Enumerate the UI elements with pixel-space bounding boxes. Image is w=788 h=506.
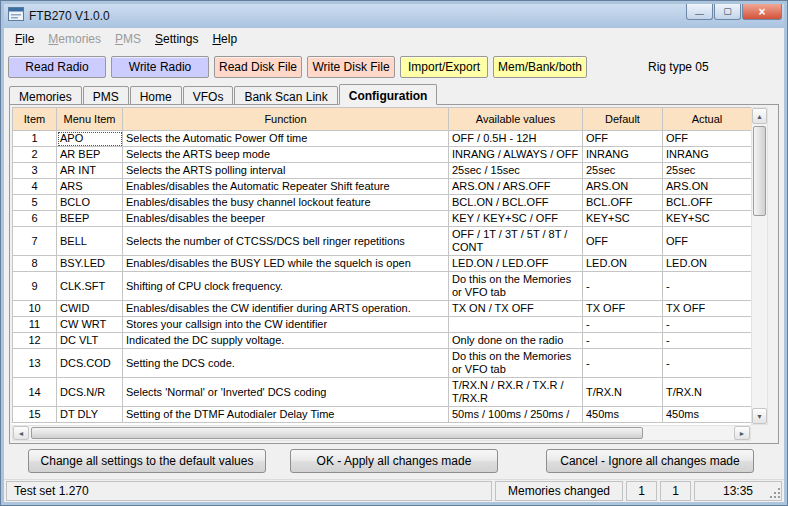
table-cell[interactable]: 5 xyxy=(13,195,57,211)
table-cell[interactable]: 25sec xyxy=(583,163,663,179)
table-row[interactable]: 8BSY.LEDEnables/disables the BUSY LED wh… xyxy=(13,256,752,272)
table-cell[interactable]: 4 xyxy=(13,179,57,195)
table-cell[interactable]: BCL.ON / BCL.OFF xyxy=(449,195,583,211)
table-cell[interactable]: DT DLY xyxy=(57,407,123,423)
table-cell[interactable]: 450ms xyxy=(583,407,663,423)
table-cell[interactable]: CLK.SFT xyxy=(57,272,123,301)
table-cell[interactable]: Selects the ARTS beep mode xyxy=(123,147,449,163)
table-cell[interactable]: 3 xyxy=(13,163,57,179)
table-cell[interactable]: INRANG / ALWAYS / OFF xyxy=(449,147,583,163)
table-cell[interactable]: Selects the ARTS polling interval xyxy=(123,163,449,179)
table-cell[interactable]: DCS.N/R xyxy=(57,378,123,407)
vertical-scroll-thumb[interactable] xyxy=(753,126,766,216)
table-row[interactable]: 14DCS.N/RSelects 'Normal' or 'Inverted' … xyxy=(13,378,752,407)
table-cell[interactable]: T/RX.N xyxy=(663,378,752,407)
table-cell[interactable]: - xyxy=(583,317,663,333)
table-cell[interactable]: LED.ON / LED.OFF xyxy=(449,256,583,272)
scroll-down-button[interactable]: ▼ xyxy=(752,408,767,424)
table-row[interactable]: 11CW WRTStores your callsign into the CW… xyxy=(13,317,752,333)
table-cell[interactable]: LED.ON xyxy=(583,256,663,272)
table-cell[interactable]: OFF xyxy=(583,227,663,256)
table-cell[interactable]: Enables/disables the CW identifier durin… xyxy=(123,301,449,317)
table-cell[interactable]: DCS.COD xyxy=(57,349,123,378)
table-cell[interactable]: 9 xyxy=(13,272,57,301)
table-cell[interactable]: AR BEP xyxy=(57,147,123,163)
read-disk-file-button[interactable]: Read Disk File xyxy=(214,56,302,78)
table-cell[interactable]: INRANG xyxy=(583,147,663,163)
table-cell[interactable]: 14 xyxy=(13,378,57,407)
table-cell[interactable]: Selects 'Normal' or 'Inverted' DCS codin… xyxy=(123,378,449,407)
cancel-button[interactable]: Cancel - Ignore all changes made xyxy=(546,449,754,473)
maximize-button[interactable]: ▢ xyxy=(714,4,741,20)
table-row[interactable]: 2AR BEPSelects the ARTS beep modeINRANG … xyxy=(13,147,752,163)
table-row[interactable]: 1APOSelects the Automatic Power Off time… xyxy=(13,131,752,147)
scroll-left-button[interactable]: ◄ xyxy=(13,426,29,440)
table-cell[interactable]: Do this on the Memories or VFO tab xyxy=(449,272,583,301)
table-cell[interactable]: KEY+SC xyxy=(663,211,752,227)
table-cell[interactable]: - xyxy=(663,333,752,349)
table-cell[interactable]: Shifting of CPU clock frequency. xyxy=(123,272,449,301)
read-radio-button[interactable]: Read Radio xyxy=(8,56,106,78)
defaults-button[interactable]: Change all settings to the default value… xyxy=(28,449,266,473)
table-cell[interactable]: KEY+SC xyxy=(583,211,663,227)
tab-configuration[interactable]: Configuration xyxy=(339,84,438,105)
table-cell[interactable]: KEY / KEY+SC / OFF xyxy=(449,211,583,227)
table-cell[interactable]: AR INT xyxy=(57,163,123,179)
table-cell[interactable]: INRANG xyxy=(663,147,752,163)
table-row[interactable]: 3AR INTSelects the ARTS polling interval… xyxy=(13,163,752,179)
table-row[interactable]: 4ARSEnables/disables the Automatic Repea… xyxy=(13,179,752,195)
horizontal-scroll-thumb[interactable] xyxy=(31,427,643,439)
table-cell[interactable]: 7 xyxy=(13,227,57,256)
table-cell[interactable]: APO xyxy=(57,131,123,147)
close-button[interactable]: × xyxy=(742,4,782,20)
tab-memories[interactable]: Memories xyxy=(9,86,82,105)
tab-home[interactable]: Home xyxy=(130,86,182,105)
minimize-button[interactable]: — xyxy=(686,4,713,20)
table-cell[interactable]: 6 xyxy=(13,211,57,227)
resize-grip-icon[interactable] xyxy=(770,488,781,499)
menu-help[interactable]: Help xyxy=(205,29,244,49)
table-cell[interactable]: Setting of the DTMF Autodialer Delay Tim… xyxy=(123,407,449,423)
menu-settings[interactable]: Settings xyxy=(148,29,205,49)
table-cell[interactable]: ARS.ON / ARS.OFF xyxy=(449,179,583,195)
table-cell[interactable]: BCLO xyxy=(57,195,123,211)
table-cell[interactable]: - xyxy=(583,272,663,301)
table-row[interactable]: 9CLK.SFTShifting of CPU clock frequency.… xyxy=(13,272,752,301)
table-cell[interactable]: 25sec / 15sec xyxy=(449,163,583,179)
table-cell[interactable]: 15 xyxy=(13,407,57,423)
table-cell[interactable]: BCL.OFF xyxy=(663,195,752,211)
table-cell[interactable]: Enables/disables the beeper xyxy=(123,211,449,227)
vertical-scrollbar[interactable]: ▲ ▼ xyxy=(751,107,768,425)
table-cell[interactable]: 12 xyxy=(13,333,57,349)
table-cell[interactable]: Stores your callsign into the CW identif… xyxy=(123,317,449,333)
table-row[interactable]: 6BEEPEnables/disables the beeperKEY / KE… xyxy=(13,211,752,227)
table-row[interactable]: 15DT DLYSetting of the DTMF Autodialer D… xyxy=(13,407,752,423)
table-cell[interactable]: ARS.ON xyxy=(583,179,663,195)
table-cell[interactable]: 25sec xyxy=(663,163,752,179)
table-cell[interactable]: - xyxy=(583,349,663,378)
table-cell[interactable]: BSY.LED xyxy=(57,256,123,272)
tab-vfos[interactable]: VFOs xyxy=(183,86,234,105)
ok-apply-button[interactable]: OK - Apply all changes made xyxy=(290,449,498,473)
tab-bank-scan-link[interactable]: Bank Scan Link xyxy=(234,86,337,105)
table-cell[interactable]: OFF xyxy=(663,227,752,256)
table-cell[interactable]: Do this on the Memories or VFO tab xyxy=(449,349,583,378)
table-cell[interactable]: TX ON / TX OFF xyxy=(449,301,583,317)
table-cell[interactable]: - xyxy=(663,317,752,333)
table-cell[interactable]: 10 xyxy=(13,301,57,317)
table-row[interactable]: 7BELLSelects the number of CTCSS/DCS bel… xyxy=(13,227,752,256)
table-cell[interactable]: BCL.OFF xyxy=(583,195,663,211)
table-cell[interactable]: Enables/disables the busy channel lockou… xyxy=(123,195,449,211)
table-cell[interactable]: Enables/disables the BUSY LED while the … xyxy=(123,256,449,272)
scroll-right-button[interactable]: ► xyxy=(734,426,750,440)
table-cell[interactable]: Selects the Automatic Power Off time xyxy=(123,131,449,147)
title-bar[interactable]: FTB270 V1.0.0 — ▢ × xyxy=(4,4,784,28)
table-cell[interactable]: 8 xyxy=(13,256,57,272)
table-cell[interactable]: LED.ON xyxy=(663,256,752,272)
table-cell[interactable]: TX OFF xyxy=(663,301,752,317)
table-cell[interactable]: OFF / 0.5H - 12H xyxy=(449,131,583,147)
table-cell[interactable]: Setting the DCS code. xyxy=(123,349,449,378)
table-cell[interactable]: OFF / 1T / 3T / 5T / 8T / CONT xyxy=(449,227,583,256)
table-cell[interactable]: CWID xyxy=(57,301,123,317)
table-cell[interactable] xyxy=(449,317,583,333)
